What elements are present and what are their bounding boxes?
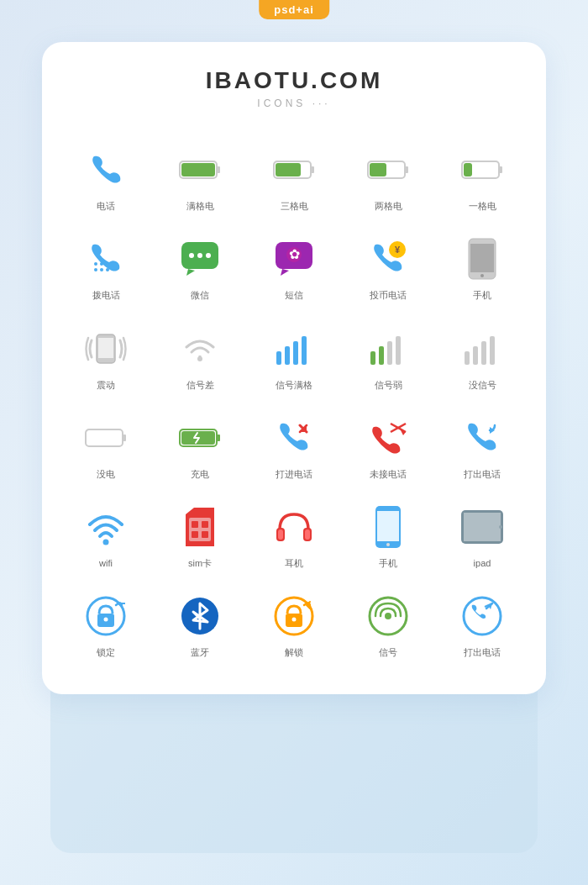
battery-three-icon xyxy=(270,146,318,193)
card-header: IBAOTU.COM ICONS ··· xyxy=(59,67,529,109)
svg-point-55 xyxy=(103,540,109,545)
svg-point-67 xyxy=(386,543,390,546)
svg-rect-59 xyxy=(192,531,198,538)
icon-battery-one: 一格电 xyxy=(435,133,529,222)
icon-call-out: 打出电话 xyxy=(435,579,529,668)
icon-signal-weak: 信号差 xyxy=(153,312,247,401)
sim-label: sim卡 xyxy=(188,557,212,569)
battery-full-label: 满格电 xyxy=(186,200,214,212)
icon-incoming-call: 打进电话 xyxy=(247,401,341,490)
svg-point-73 xyxy=(104,618,108,622)
svg-rect-11 xyxy=(464,163,472,176)
sms-icon: ✿ xyxy=(270,235,318,282)
icon-headphone: 耳机 xyxy=(247,490,341,579)
dial-phone-label: 拨电话 xyxy=(92,289,120,301)
phone-label: 电话 xyxy=(97,200,115,212)
svg-point-13 xyxy=(100,268,103,271)
svg-point-17 xyxy=(106,262,109,266)
outgoing-call-label: 打出电话 xyxy=(464,468,501,480)
site-title: IBAOTU.COM xyxy=(59,67,529,94)
mobile-label: 手机 xyxy=(473,289,491,301)
svg-rect-66 xyxy=(377,511,399,541)
charging-label: 充电 xyxy=(191,468,209,480)
main-card: IBAOTU.COM ICONS ··· 电话 满格电 xyxy=(42,42,546,694)
icon-charging: 充电 xyxy=(153,401,247,490)
icon-mobile: 手机 xyxy=(435,222,529,311)
signal-weak-label: 信号差 xyxy=(186,379,214,391)
icon-sms: ✿ 短信 xyxy=(247,222,341,311)
bluetooth-icon xyxy=(176,593,223,640)
battery-one-label: 一格电 xyxy=(469,200,496,212)
svg-point-14 xyxy=(106,268,109,271)
svg-rect-8 xyxy=(370,163,386,176)
coin-phone-label: 投币电话 xyxy=(370,289,407,301)
vibrate-icon xyxy=(82,325,129,372)
icon-phone: 电话 xyxy=(59,133,153,222)
svg-rect-36 xyxy=(302,336,307,365)
svg-rect-60 xyxy=(202,531,208,538)
icon-unlock: 解锁 xyxy=(247,579,341,668)
signal-weak-icon xyxy=(176,325,223,372)
signal2-icon xyxy=(365,593,412,640)
sms-label: 短信 xyxy=(285,289,303,301)
incoming-call-icon xyxy=(270,414,318,461)
svg-rect-39 xyxy=(387,341,392,365)
svg-point-29 xyxy=(480,274,484,277)
svg-rect-33 xyxy=(276,351,281,365)
lock-label: 锁定 xyxy=(97,646,115,658)
call-out-icon xyxy=(459,593,506,640)
svg-rect-69 xyxy=(464,513,501,541)
icon-battery-full: 满格电 xyxy=(153,133,247,222)
wifi-icon xyxy=(82,503,129,550)
svg-point-20 xyxy=(197,253,202,258)
svg-rect-58 xyxy=(202,521,208,528)
svg-rect-4 xyxy=(311,166,314,173)
svg-point-21 xyxy=(206,253,211,258)
svg-rect-7 xyxy=(405,166,408,173)
bluetooth-label: 蓝牙 xyxy=(191,646,209,658)
incoming-call-label: 打进电话 xyxy=(276,468,312,480)
svg-rect-28 xyxy=(470,244,494,272)
no-battery-icon xyxy=(82,414,129,461)
svg-rect-10 xyxy=(499,166,502,173)
svg-rect-35 xyxy=(293,341,298,365)
svg-rect-37 xyxy=(370,351,375,365)
signal-full-label: 信号满格 xyxy=(276,379,312,391)
icon-vibrate: 震动 xyxy=(59,312,153,401)
icon-lock: 锁定 xyxy=(59,579,153,668)
icon-ipad: ipad xyxy=(435,490,529,579)
icon-missed-call: 未接电话 xyxy=(341,401,435,490)
vibrate-label: 震动 xyxy=(97,379,115,391)
call-out-label: 打出电话 xyxy=(464,646,501,658)
svg-rect-31 xyxy=(98,338,113,358)
battery-two-label: 两格电 xyxy=(375,200,402,212)
icon-signal-low: 信号弱 xyxy=(341,312,435,401)
signal2-label: 信号 xyxy=(379,646,397,658)
svg-rect-46 xyxy=(123,435,126,441)
svg-point-19 xyxy=(189,253,194,258)
icon-battery-three: 三格电 xyxy=(247,133,341,222)
icon-signal2: 信号 xyxy=(341,579,435,668)
icons-grid: 电话 满格电 三格电 xyxy=(59,133,529,669)
icon-wifi: wifi xyxy=(59,490,153,579)
icon-bluetooth: 蓝牙 xyxy=(153,579,247,668)
icon-signal-full: 信号满格 xyxy=(247,312,341,401)
svg-point-79 xyxy=(385,613,391,619)
signal-low-label: 信号弱 xyxy=(375,379,402,391)
svg-rect-43 xyxy=(481,341,486,365)
svg-rect-63 xyxy=(278,529,283,540)
svg-point-15 xyxy=(94,262,97,266)
wechat-icon xyxy=(176,235,223,282)
icon-battery-two: 两格电 xyxy=(341,133,435,222)
dial-phone-icon xyxy=(82,235,129,282)
mobile2-icon xyxy=(365,503,412,550)
icon-coin-phone: ¥ 投币电话 xyxy=(341,222,435,311)
svg-rect-57 xyxy=(192,521,198,528)
svg-text:✿: ✿ xyxy=(289,247,300,261)
battery-full-icon xyxy=(176,146,223,193)
coin-phone-icon: ¥ xyxy=(365,235,412,282)
svg-rect-64 xyxy=(305,529,310,540)
wechat-label: 微信 xyxy=(191,289,209,301)
battery-one-icon xyxy=(459,146,506,193)
svg-rect-40 xyxy=(396,336,401,365)
